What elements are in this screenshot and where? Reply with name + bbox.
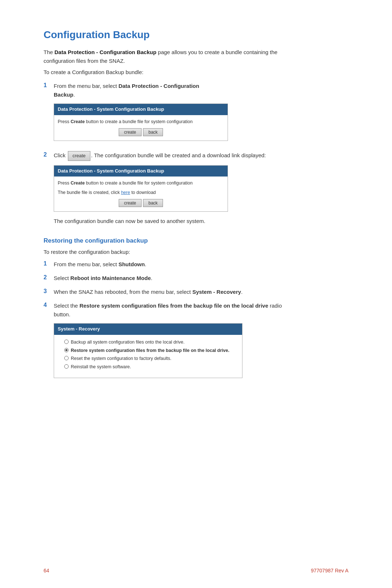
radio-row-4: Reinstall the system software.: [64, 364, 236, 370]
step-number-2: 2: [44, 151, 54, 158]
create-button-2[interactable]: create: [119, 199, 142, 207]
ui-box-2-body: Press Create button to create a bundle f…: [54, 177, 228, 211]
create-button-1[interactable]: create: [119, 128, 142, 136]
create-steps-list: 1 From the menu bar, select Data Protect…: [44, 82, 283, 230]
step-1-bold: Data Protection - ConfigurationBackup: [54, 83, 199, 98]
back-button-1[interactable]: back: [143, 128, 163, 136]
system-recovery-header: System - Recovery: [54, 324, 242, 335]
restore-steps-list: 1 From the menu bar, select Shutdown. 2 …: [44, 260, 283, 378]
system-recovery-box: System - Recovery Backup all system conf…: [54, 323, 242, 378]
radio-circle-2[interactable]: [64, 348, 69, 352]
system-recovery-body: Backup all system configuration files on…: [54, 335, 242, 378]
radio-label-4: Reinstall the system software.: [71, 364, 131, 370]
ui-box-2-desc: Press Create button to create a bundle f…: [58, 179, 224, 187]
radio-circle-4[interactable]: [64, 364, 69, 369]
radio-row-3: Reset the system configuration to factor…: [64, 356, 236, 362]
step-number-1: 1: [44, 82, 54, 89]
restore-step-1: 1 From the menu bar, select Shutdown.: [44, 260, 283, 269]
restore-step-num-2: 2: [44, 274, 54, 281]
create-step-2: 2 Click create. The configuration bundle…: [44, 151, 283, 230]
restore-step-3: 3 When the SNAZ has rebooted, from the m…: [44, 288, 283, 296]
page-footer: 64 97707987 Rev A: [44, 568, 348, 573]
ui-box-2-header: Data Protection - System Configuration B…: [54, 166, 228, 177]
intro-bold: Data Protection - Configuration Backup: [54, 49, 156, 55]
radio-label-1: Backup all system configuration files on…: [71, 339, 184, 346]
ui-box-2-download-line: The bundle file is created, click here t…: [58, 189, 224, 196]
to-restore-label: To restore the configuration backup:: [44, 249, 283, 255]
restore-step-3-bold: System - Recovery: [192, 289, 241, 295]
download-link[interactable]: here: [121, 190, 130, 195]
intro-paragraph: The Data Protection - Configuration Back…: [44, 48, 283, 65]
inline-create-btn: create: [68, 151, 90, 161]
step-1-content: From the menu bar, select Data Protectio…: [54, 82, 283, 144]
ui-box-2-btn-row: create back: [58, 199, 224, 207]
restore-step-2-content: Select Reboot into Maintenance Mode.: [54, 274, 283, 283]
back-button-2[interactable]: back: [143, 199, 163, 207]
radio-label-2: Restore system configuration files from …: [71, 348, 229, 354]
radio-circle-3[interactable]: [64, 356, 69, 360]
radio-label-3: Reset the system configuration to factor…: [71, 356, 171, 362]
radio-row-1: Backup all system configuration files on…: [64, 339, 236, 346]
footer-page-number: 64: [44, 568, 49, 573]
ui-box-1-body: Press Create button to create a bundle f…: [54, 115, 228, 141]
ui-box-1: Data Protection - System Configuration B…: [54, 104, 228, 141]
ui-box-1-desc: Press Create button to create a bundle f…: [58, 118, 224, 125]
step-2-text: Click create. The configuration bundle w…: [54, 151, 283, 161]
step-1-text: From the menu bar, select Data Protectio…: [54, 82, 283, 99]
restore-step-num-3: 3: [44, 288, 54, 295]
radio-row-2: Restore system configuration files from …: [64, 348, 236, 354]
restore-step-3-content: When the SNAZ has rebooted, from the men…: [54, 288, 283, 296]
restore-step-1-content: From the menu bar, select Shutdown.: [54, 260, 283, 269]
saved-text: The configuration bundle can now be save…: [54, 217, 283, 226]
restore-step-4: 4 Select the Restore system configuratio…: [44, 301, 283, 378]
footer-doc-number: 97707987 Rev A: [311, 568, 348, 573]
radio-circle-1[interactable]: [64, 340, 69, 344]
restore-step-1-bold: Shutdown: [118, 261, 144, 267]
restore-step-2: 2 Select Reboot into Maintenance Mode.: [44, 274, 283, 283]
ui-box-2: Data Protection - System Configuration B…: [54, 165, 228, 212]
ui-box-1-btn-row: create back: [58, 128, 224, 136]
step-2-content: Click create. The configuration bundle w…: [54, 151, 283, 230]
restore-step-num-1: 1: [44, 260, 54, 267]
restore-section-title: Restoring the configuration backup: [44, 237, 283, 244]
restore-step-4-bold: Restore system configuration files from …: [79, 303, 268, 309]
to-create-label: To create a Configuration Backup bundle:: [44, 69, 283, 75]
create-step-1: 1 From the menu bar, select Data Protect…: [44, 82, 283, 144]
page-title: Configuration Backup: [44, 29, 283, 41]
restore-step-2-bold: Reboot into Maintenance Mode: [70, 275, 151, 281]
restore-step-num-4: 4: [44, 301, 54, 308]
restore-step-4-content: Select the Restore system configuration …: [54, 301, 283, 378]
ui-box-1-header: Data Protection - System Configuration B…: [54, 104, 228, 115]
